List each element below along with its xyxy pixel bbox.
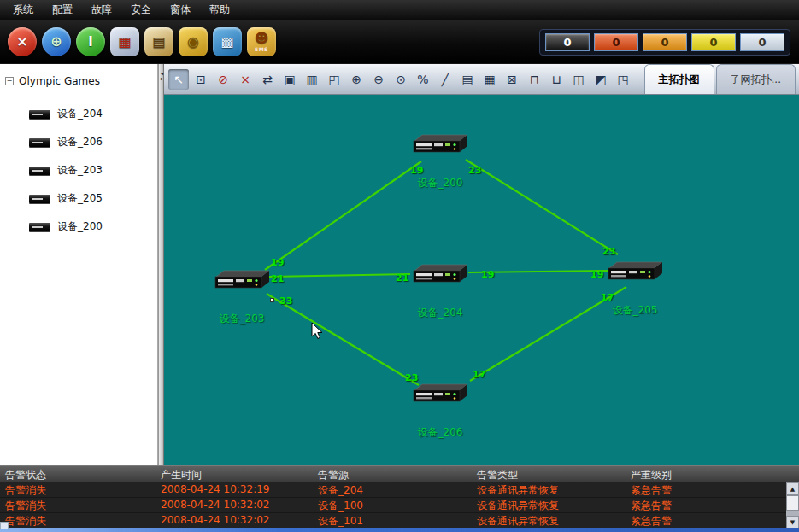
tree-item-device-203[interactable]: 设备_203 [0,156,157,184]
topology-tabs: 主拓扑图子网拓扑... [643,64,796,94]
tree-item-device-200[interactable]: 设备_200 [0,213,157,241]
alarm-col-3: 告警源 [313,466,472,482]
link-200-203[interactable] [265,161,421,270]
menu-item-window[interactable]: 窗体 [161,0,200,20]
device-icon [412,263,468,285]
alarm-row-2[interactable]: 告警消失2008-04-24 10:32:02设备_100设备通讯异常恢复紧急告… [0,498,799,513]
tree-expander-icon[interactable]: − [5,77,14,85]
log-book-button[interactable]: ▤ [144,27,173,56]
tile-windows-tool[interactable]: ◫ [568,69,589,90]
alarm-cell: 设备_204 [313,482,472,497]
alarm-cell: 告警消失 [0,498,156,512]
alarm-counter-2[interactable]: 0 [594,33,638,51]
menu-item-help[interactable]: 帮助 [200,0,239,20]
link-203-204[interactable] [269,274,410,277]
menu-item-fault[interactable]: 故障 [82,0,121,20]
node-device-205[interactable]: 设备_205 [596,260,673,318]
tree-item-device-204[interactable]: 设备_204 [0,100,157,128]
lock-topology-tool[interactable]: ⊠ [502,69,522,90]
tree-root-label: Olympic Games [19,75,100,87]
node-device-200[interactable]: 设备_200 [402,133,479,190]
marquee-select-tool[interactable]: ⊡ [191,69,211,90]
alarm-counter-1[interactable]: 0 [545,33,590,51]
network-browser-icon: ⊕ [50,35,62,49]
alarm-cell: 设备通讯异常恢复 [472,498,626,512]
alarm-report-button[interactable]: ▦ [110,27,139,56]
splitter-collapse-icon[interactable]: ◂▸ [158,71,166,81]
cascade-windows-tool[interactable]: ◩ [590,69,611,90]
port-label-7: 23 [602,246,615,257]
device-icon [29,223,50,231]
zoom-area-tool[interactable]: ◰ [324,69,344,90]
node-label: 设备_206 [402,425,479,440]
zoom-in-tool[interactable]: ⊕ [346,69,367,90]
swap-link-tool[interactable]: ⇄ [257,69,278,90]
tab-main-topology[interactable]: 主拓扑图 [644,64,714,94]
full-screen-tool[interactable]: ▥ [302,69,322,90]
scroll-thumb[interactable] [786,495,799,511]
panel-splitter[interactable]: ◂▸ [158,64,164,465]
exit-icon: × [16,35,27,49]
alarm-counter-3[interactable]: 0 [643,33,687,51]
export-image-tool[interactable]: ▣ [279,69,300,90]
alarm-row-1[interactable]: 告警消失2008-04-24 10:32:19设备_204设备通讯异常恢复紧急告… [0,482,799,498]
alarm-scrollbar[interactable]: ▲ ▼ [786,482,799,529]
tab-subnet-topology[interactable]: 子网拓扑... [716,64,796,94]
menu-item-system[interactable]: 系统 [3,0,43,20]
network-browser-button[interactable]: ⊕ [42,27,71,56]
zoom-out-tool[interactable]: ⊖ [368,69,389,90]
menu-item-config[interactable]: 配置 [43,0,82,20]
device-icon [412,133,468,155]
info-icon: i [88,35,92,49]
delete-tool[interactable]: × [235,69,256,90]
tree-item-device-206[interactable]: 设备_206 [0,128,157,156]
node-device-206[interactable]: 设备_206 [402,383,479,440]
alarm-bell-button[interactable]: ◉ [179,27,208,56]
alarm-table-header: 告警状态产生时间告警源告警类型严重级别 [0,465,799,482]
device-icon [412,383,468,405]
alarm-col-5: 严重级别 [626,466,786,482]
save-topology-tool[interactable]: ▤ [457,69,478,90]
alarm-table-rows: 告警消失2008-04-24 10:32:19设备_204设备通讯异常恢复紧急告… [0,482,799,529]
alarm-cell: 2008-04-24 10:32:02 [156,498,313,512]
zoom-normal-tool[interactable]: ⊙ [391,69,411,90]
node-device-204[interactable]: 设备_204 [402,263,479,320]
topology-tools: ↖⊡⊘×⇄▣▥◰⊕⊖⊙%╱▤▦⊠⊓⊔◫◩◳ [167,69,634,90]
tree-item-label: 设备_204 [57,107,103,121]
topology-map-button[interactable]: ▩ [213,27,242,56]
link-203-206[interactable] [267,294,419,385]
overview-window-tool[interactable]: ◳ [613,69,633,90]
menu-item-security[interactable]: 安全 [121,0,161,20]
link-200-205[interactable] [466,160,618,254]
alarm-counter-5[interactable]: 0 [740,33,784,51]
ems-window: 系统配置故障安全窗体帮助 ×⊕i▦▤◉▩☻EMS 00000 − Olympic… [0,0,799,532]
topology-toolbar: ↖⊡⊘×⇄▣▥◰⊕⊖⊙%╱▤▦⊠⊓⊔◫◩◳ 主拓扑图子网拓扑... [164,64,799,95]
select-pointer-tool[interactable]: ↖ [168,69,189,90]
device-tree-panel: − Olympic Games 设备_204设备_206设备_203设备_205… [0,64,158,465]
tree-root-node[interactable]: − Olympic Games [0,73,157,90]
link-selection-handle[interactable] [270,298,274,302]
ems-user-button[interactable]: ☻EMS [247,27,276,56]
exit-button[interactable]: × [8,27,37,56]
forbid-select-tool[interactable]: ⊘ [213,69,233,90]
menu-bar: 系统配置故障安全窗体帮助 [0,0,799,20]
align-top-tool[interactable]: ⊓ [524,69,544,90]
tree-item-device-205[interactable]: 设备_205 [0,184,157,213]
zoom-percent-tool[interactable]: % [413,69,433,90]
alarm-col-4: 告警类型 [472,466,626,482]
device-icon [214,269,270,291]
scroll-up-button[interactable]: ▲ [786,482,799,495]
info-button[interactable]: i [76,27,105,56]
device-icon [607,260,663,283]
alarm-row-3[interactable]: 告警消失2008-04-24 10:32:02设备_101设备通讯异常恢复紧急告… [0,513,799,529]
draw-link-tool[interactable]: ╱ [435,69,455,90]
alarm-cell: 紧急告警 [626,498,786,512]
alarm-cell: 设备通讯异常恢复 [472,513,626,528]
tree-item-label: 设备_203 [57,163,103,178]
topology-canvas[interactable]: 192319212119231917332317 设备_200设备_203设备_… [164,95,799,465]
node-device-203[interactable]: 设备_203 [203,269,280,326]
device-table-tool[interactable]: ▦ [479,69,500,90]
scroll-down-button[interactable]: ▼ [786,516,799,529]
align-bottom-tool[interactable]: ⊔ [546,69,567,90]
alarm-counter-4[interactable]: 0 [691,33,736,51]
